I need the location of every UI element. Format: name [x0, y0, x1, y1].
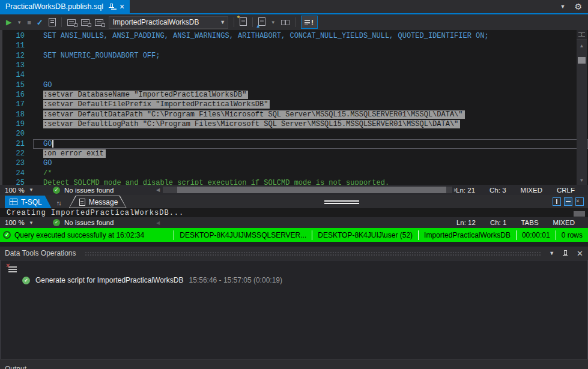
horizontal-scrollbar[interactable]: [163, 187, 452, 193]
chevron-down-icon[interactable]: ▼: [218, 19, 228, 25]
stop-button[interactable]: ■: [27, 19, 31, 26]
code-text: GO: [33, 139, 588, 149]
line-number: 11: [0, 41, 33, 50]
message-scrollbar-thumb[interactable]: [574, 211, 585, 217]
code-line-15[interactable]: 15GO: [0, 80, 588, 90]
change-connection-icon[interactable]: [95, 19, 103, 26]
text-caret: [52, 140, 53, 148]
bottom-strip: Output: [0, 360, 588, 369]
code-line-21[interactable]: 21GO: [0, 139, 588, 149]
results-scroll-left-icon[interactable]: ◀: [156, 220, 160, 226]
sql-code-editor[interactable]: 10SET ANSI_NULLS, ANSI_PADDING, ANSI_WAR…: [0, 30, 588, 185]
document-tab[interactable]: PracticalWorksDB.publish.sql ×: [0, 0, 130, 13]
clear-operations-button[interactable]: ×: [7, 265, 17, 274]
operation-row[interactable]: ✓ Generate script for ImportedPracticalW…: [22, 276, 282, 284]
code-line-24[interactable]: 24/*: [0, 169, 588, 178]
code-line-10[interactable]: 10SET ANSI_NULLS, ANSI_PADDING, ANSI_WAR…: [0, 31, 588, 41]
database-combobox[interactable]: ImportedPracticalWorksDB ▼: [109, 16, 228, 29]
code-text: GO: [33, 158, 588, 168]
settings-gear-icon[interactable]: ⚙: [574, 2, 582, 11]
execute-dropdown-icon[interactable]: ▼: [17, 20, 22, 25]
results-column-indicator: Ch: 1: [490, 219, 507, 226]
operation-status-icon: ✓: [22, 277, 30, 284]
panel-close-icon[interactable]: ✕: [577, 249, 583, 258]
collapse-pane-button[interactable]: »: [575, 197, 584, 206]
tab-message[interactable]: Message: [69, 196, 127, 208]
sort-toggle-icon[interactable]: ↑↓: [56, 199, 61, 206]
toolbar-separator: [61, 17, 62, 27]
scrollbar-thumb[interactable]: [578, 57, 586, 64]
panel-grip[interactable]: [85, 251, 541, 257]
split-pane-icon[interactable]: [281, 19, 289, 25]
code-line-14[interactable]: 14: [0, 70, 588, 80]
code-text: Detect SQLCMD mode and disable script ex…: [33, 178, 588, 185]
message-tab-icon: [79, 199, 85, 206]
zoom-dropdown-icon[interactable]: ▼: [29, 187, 34, 193]
editor-status-bar: 100 % ▼ ✓ No issues found ◀ ▶ Ln: 21 Ch:…: [0, 185, 588, 195]
code-line-11[interactable]: 11: [0, 41, 588, 50]
code-line-16[interactable]: 16:setvar DatabaseName "ImportedPractica…: [0, 90, 588, 100]
connect-icon[interactable]: [67, 19, 76, 26]
red-x-icon: ×: [6, 262, 10, 269]
line-number: 25: [0, 178, 33, 185]
split-horizontal-button[interactable]: [564, 197, 572, 206]
line-number: 23: [0, 158, 33, 168]
close-icon[interactable]: ×: [120, 4, 124, 10]
code-lines: 10SET ANSI_NULLS, ANSI_PADDING, ANSI_WAR…: [0, 31, 588, 185]
ssdt-window: PracticalWorksDB.publish.sql × ▼ ⚙ ▶ ▼ ■…: [0, 0, 588, 369]
scroll-left-icon[interactable]: ◀: [156, 187, 160, 193]
row-count: 0 rows: [556, 230, 588, 240]
code-text: :on error exit: [33, 149, 588, 158]
code-line-19[interactable]: 19:setvar DefaultLogPath "C:\Program Fil…: [0, 119, 588, 129]
code-line-13[interactable]: 13: [0, 61, 588, 70]
code-line-12[interactable]: 12SET NUMERIC_ROUNDABORT OFF;: [0, 51, 588, 61]
new-query-icon[interactable]: *: [240, 17, 247, 28]
horizontal-scrollbar-thumb[interactable]: [177, 187, 446, 193]
tab-tsql[interactable]: T-SQL: [5, 196, 52, 208]
panel-pin-icon[interactable]: [563, 250, 568, 257]
line-number: 21: [0, 139, 33, 149]
results-zoom-level-select[interactable]: 100 % ▼: [0, 219, 37, 226]
window-dropdown-icon[interactable]: ▼: [560, 4, 566, 10]
execute-button[interactable]: ▶: [6, 18, 11, 26]
operations-panel-header[interactable]: Data Tools Operations ▼ ✕: [0, 247, 588, 260]
sqlcmd-mode-toggle[interactable]: !: [301, 16, 318, 29]
results-zoom-dropdown-icon[interactable]: ▼: [29, 220, 34, 226]
open-query-dropdown-icon[interactable]: ▼: [271, 20, 276, 25]
zoom-level-select[interactable]: 100 % ▼: [0, 187, 37, 194]
code-line-25[interactable]: 25Detect SQLCMD mode and disable script …: [0, 178, 588, 185]
code-line-22[interactable]: 22:on error exit: [0, 149, 588, 158]
code-line-17[interactable]: 17:setvar DefaultFilePrefix "ImportedPra…: [0, 100, 588, 109]
code-text: /*: [33, 169, 588, 178]
analyze-script-icon[interactable]: [49, 18, 56, 26]
pin-icon[interactable]: [109, 3, 114, 10]
code-text: :setvar DatabaseName "ImportedPracticalW…: [33, 90, 588, 100]
line-number: 14: [0, 70, 33, 80]
results-issues-status: No issues found: [64, 219, 114, 226]
query-status-message: Query executed successfully at 16:02:34: [14, 231, 144, 239]
code-line-18[interactable]: 18:setvar DefaultDataPath "C:\Program Fi…: [0, 110, 588, 119]
parse-button[interactable]: ✓: [37, 18, 43, 27]
scroll-right-icon[interactable]: ▶: [454, 187, 458, 193]
code-line-20[interactable]: 20: [0, 129, 588, 139]
open-query-icon[interactable]: ▲: [258, 17, 265, 28]
database-combobox-value: ImportedPracticalWorksDB: [109, 18, 218, 26]
split-vertical-button[interactable]: [553, 197, 561, 206]
operations-panel-title: Data Tools Operations: [5, 249, 76, 257]
message-output-pane[interactable]: Creating ImportedPracticalWorksDB...: [0, 208, 588, 217]
tsql-tab-label: T-SQL: [21, 198, 42, 206]
panel-dropdown-icon[interactable]: ▼: [549, 250, 554, 256]
code-line-23[interactable]: 23GO: [0, 158, 588, 168]
code-text: SET NUMERIC_ROUNDABORT OFF;: [33, 51, 588, 61]
line-number: 17: [0, 100, 33, 109]
editor-splitter-handle[interactable]: ↕: [577, 30, 587, 40]
scroll-up-icon[interactable]: ▲: [577, 43, 587, 49]
pane-splitter-handle[interactable]: [324, 200, 359, 205]
results-line-indicator: Ln: 12: [456, 219, 476, 226]
disconnect-icon[interactable]: [81, 19, 89, 26]
output-tab-label[interactable]: Output: [5, 365, 588, 369]
editor-vertical-scrollbar[interactable]: ↕ ▲ ▼: [577, 30, 587, 185]
operations-list: × ✓ Generate script for ImportedPractica…: [0, 260, 588, 359]
indent-mode-indicator: MIXED: [521, 187, 542, 194]
scroll-down-icon[interactable]: ▼: [577, 178, 587, 183]
